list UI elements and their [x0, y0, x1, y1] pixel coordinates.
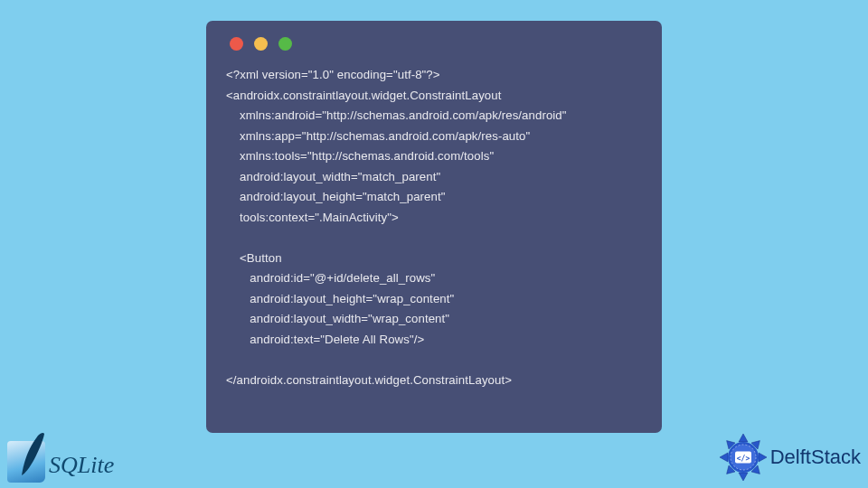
code-line: android:layout_height="match_parent"	[226, 190, 445, 203]
traffic-lights	[230, 37, 642, 51]
svg-text:</>: </>	[737, 455, 750, 463]
sqlite-label: SQLite	[49, 452, 114, 479]
delftstack-label: DelftStack	[770, 446, 861, 469]
code-line: <?xml version="1.0" encoding="utf-8"?>	[226, 68, 440, 81]
delftstack-logo: </> DelftStack	[718, 432, 861, 483]
maximize-icon[interactable]	[278, 37, 292, 51]
code-line: xmlns:app="http://schemas.android.com/ap…	[226, 129, 530, 143]
code-line: <androidx.constraintlayout.widget.Constr…	[226, 89, 501, 102]
sqlite-icon	[7, 437, 47, 483]
code-window: <?xml version="1.0" encoding="utf-8"?> <…	[206, 21, 662, 433]
minimize-icon[interactable]	[254, 37, 268, 51]
code-line: android:layout_width="match_parent"	[226, 170, 440, 183]
feather-icon	[20, 432, 45, 477]
code-line: </androidx.constraintlayout.widget.Const…	[226, 373, 512, 387]
code-line: android:id="@+id/delete_all_rows"	[226, 271, 435, 285]
code-line: android:layout_height="wrap_content"	[226, 292, 454, 305]
code-line: xmlns:android="http://schemas.android.co…	[226, 108, 567, 122]
code-line: android:text="Delete All Rows"/>	[226, 333, 424, 346]
code-line: <Button	[226, 251, 282, 265]
code-line: android:layout_width="wrap_content"	[226, 312, 449, 325]
delftstack-badge-icon: </>	[718, 432, 769, 483]
code-block: <?xml version="1.0" encoding="utf-8"?> <…	[226, 65, 642, 390]
code-line: xmlns:tools="http://schemas.android.com/…	[226, 149, 494, 163]
sqlite-logo: SQLite	[7, 437, 114, 483]
code-line: tools:context=".MainActivity">	[226, 211, 399, 224]
close-icon[interactable]	[230, 37, 243, 51]
